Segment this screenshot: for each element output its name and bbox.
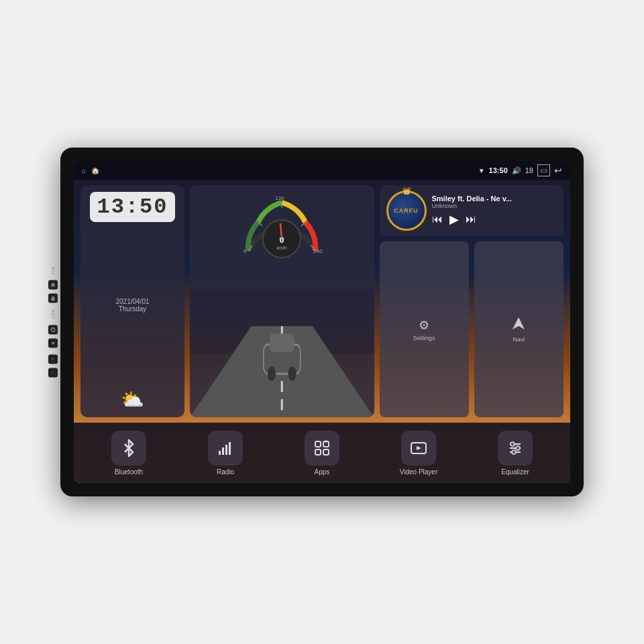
svg-point-44 <box>512 450 516 454</box>
svg-point-25 <box>288 366 296 381</box>
speedometer-svg: 0 120 240 0 km/h <box>238 191 325 261</box>
screen: ⌂ 🏠 ▼ 13:50 🔊 18 ▭ ↩ 13:50 2021/04/01 <box>74 161 570 483</box>
main-content: 13:50 2021/04/01 Thursday ⛅ <box>74 180 570 483</box>
clock-date: 2021/04/01 Thursday <box>115 298 149 313</box>
house-side-button[interactable] <box>48 294 58 303</box>
svg-point-24 <box>268 366 276 381</box>
svg-rect-34 <box>323 449 329 455</box>
bluetooth-label: Bluetooth <box>115 468 143 476</box>
radio-label: Radio <box>217 468 234 476</box>
clock-widget: 13:50 2021/04/01 Thursday ⛅ <box>80 185 184 417</box>
side-buttons-panel: MIC RST + − <box>48 267 58 378</box>
radio-icon <box>216 439 235 458</box>
video-player-label: Video Player <box>400 468 438 476</box>
navi-button[interactable]: Navi <box>474 241 564 417</box>
volume-icon: 🔊 <box>512 166 521 175</box>
svg-marker-5 <box>52 341 55 345</box>
svg-point-42 <box>511 442 515 446</box>
back-icon[interactable]: ↩ <box>554 165 562 176</box>
battery-icon: ▭ <box>537 164 550 176</box>
svg-marker-38 <box>417 446 421 450</box>
rst-label: RST <box>51 310 55 320</box>
svg-text:+: + <box>52 357 54 362</box>
apps-app-item[interactable]: Apps <box>288 431 356 476</box>
date-text: 2021/04/01 <box>115 298 149 305</box>
power-side-button[interactable] <box>48 325 58 335</box>
navi-icon <box>511 316 526 334</box>
apps-label: Apps <box>315 468 330 476</box>
svg-rect-23 <box>270 333 294 352</box>
right-column: 👑 CARFU Smiley ft. Delia - Ne v... Unkno… <box>380 185 564 417</box>
speed-unit: km/h <box>277 246 287 250</box>
settings-label: Settings <box>413 335 435 341</box>
song-title: Smiley ft. Delia - Ne v... <box>432 195 557 203</box>
settings-navi-row: ⚙ Settings Navi <box>380 241 564 417</box>
clock-display: 13:50 <box>90 192 174 222</box>
house-icon: 🏠 <box>91 167 99 174</box>
day-text: Thursday <box>115 305 149 313</box>
video-icon <box>409 439 428 458</box>
svg-rect-30 <box>229 442 231 455</box>
svg-rect-28 <box>222 447 224 455</box>
wifi-icon: ▼ <box>478 167 485 174</box>
svg-rect-1 <box>52 299 55 301</box>
svg-marker-0 <box>51 282 55 286</box>
radio-icon-bg <box>208 431 243 466</box>
equalizer-app-item[interactable]: Equalizer <box>482 431 549 476</box>
crown-icon: 👑 <box>402 187 411 195</box>
prev-button[interactable]: ⏮ <box>432 213 443 225</box>
svg-text:−: − <box>52 370 54 375</box>
video-icon-bg <box>401 431 436 466</box>
widgets-row: 13:50 2021/04/01 Thursday ⛅ <box>74 180 570 423</box>
next-button[interactable]: ⏭ <box>466 213 476 225</box>
road-scene <box>190 290 374 417</box>
svg-point-43 <box>516 446 520 450</box>
status-bar-right: ▼ 13:50 🔊 18 ▭ ↩ <box>478 164 562 176</box>
status-bar-left: ⌂ 🏠 <box>82 167 99 174</box>
svg-marker-2 <box>51 296 55 298</box>
music-info: Smiley ft. Delia - Ne v... Unknown ⏮ ▶ ⏭ <box>432 195 557 227</box>
album-art: 👑 CARFU <box>386 191 427 231</box>
svg-rect-27 <box>219 451 221 455</box>
car-headunit-device: MIC RST + − ⌂ 🏠 ▼ 13: <box>60 148 584 496</box>
svg-text:0: 0 <box>244 248 247 254</box>
play-button[interactable]: ▶ <box>449 212 459 227</box>
music-widget: 👑 CARFU Smiley ft. Delia - Ne v... Unkno… <box>380 185 564 236</box>
apps-icon <box>313 439 331 458</box>
album-label: CARFU <box>394 207 419 214</box>
svg-text:240: 240 <box>313 248 323 254</box>
svg-rect-31 <box>315 441 321 447</box>
speed-value: 0 <box>280 236 284 244</box>
equalizer-icon <box>506 439 525 458</box>
svg-text:120: 120 <box>275 195 284 201</box>
radio-app-item[interactable]: Radio <box>192 431 259 476</box>
equalizer-icon-bg <box>498 431 533 466</box>
status-bar: ⌂ 🏠 ▼ 13:50 🔊 18 ▭ ↩ <box>74 161 570 180</box>
svg-rect-33 <box>315 449 321 455</box>
video-player-app-item[interactable]: Video Player <box>385 431 452 476</box>
song-artist: Unknown <box>432 203 557 209</box>
vol-up-side-button[interactable]: + <box>48 355 58 364</box>
weather-icon: ⛅ <box>121 388 144 411</box>
bluetooth-icon <box>119 439 138 458</box>
settings-button[interactable]: ⚙ Settings <box>380 241 469 417</box>
svg-rect-29 <box>225 445 227 455</box>
mic-label: MIC <box>51 267 55 276</box>
settings-icon: ⚙ <box>419 318 429 333</box>
music-controls: ⏮ ▶ ⏭ <box>432 212 557 227</box>
home-side-button[interactable] <box>48 280 58 290</box>
bluetooth-icon-bg <box>111 431 146 466</box>
svg-marker-26 <box>513 317 525 329</box>
back-side-button[interactable] <box>48 339 58 348</box>
speedometer-widget: 0 120 240 0 km/h <box>190 185 374 417</box>
bluetooth-app-item[interactable]: Bluetooth <box>95 431 162 476</box>
app-bar: Bluetooth Radio <box>74 423 570 483</box>
vol-down-side-button[interactable]: − <box>48 368 58 378</box>
status-time: 13:50 <box>489 166 508 174</box>
equalizer-label: Equalizer <box>501 468 529 476</box>
music-top: 👑 CARFU Smiley ft. Delia - Ne v... Unkno… <box>386 191 557 231</box>
navi-label: Navi <box>513 336 525 343</box>
home-icon: ⌂ <box>82 167 86 174</box>
volume-level: 18 <box>525 166 533 174</box>
apps-icon-bg <box>305 431 339 466</box>
